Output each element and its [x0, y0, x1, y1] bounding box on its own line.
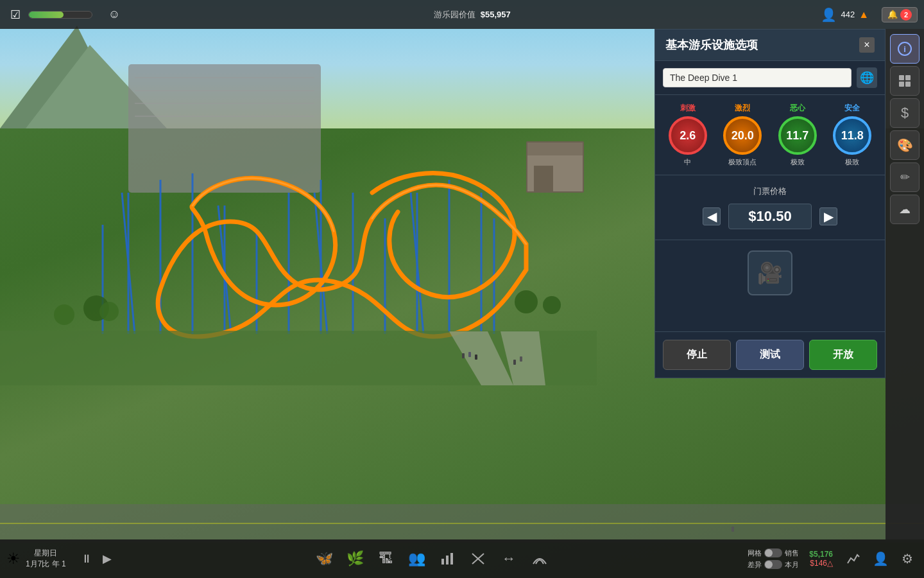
stat-excitement: 刺激 2.6 中	[663, 103, 713, 167]
camera-button[interactable]: 🎥	[748, 250, 792, 295]
safety-value: 11.8	[841, 129, 864, 143]
park-money: $55,957	[481, 10, 511, 19]
intensity-label: 激烈	[735, 103, 750, 114]
ride-name-input[interactable]	[663, 68, 851, 87]
tool-icons: 🦋 🌿 🏗 👥 ↔	[121, 547, 743, 570]
stop-button[interactable]: 停止	[663, 340, 731, 370]
stat-nausea: 恶心 11.7 极致	[773, 103, 823, 167]
camera-icon: 🎥	[757, 261, 783, 285]
user-icon[interactable]: 👤	[870, 548, 891, 569]
side-navigation: i $ 🎨 ✏ ☁	[886, 29, 924, 539]
safety-sublabel: 极致	[845, 157, 859, 167]
nav-cloud-btn[interactable]: ☁	[890, 195, 920, 224]
progress-fill	[29, 12, 64, 18]
coaster-track	[0, 64, 597, 385]
guest-count: 442	[841, 10, 855, 19]
excitement-label: 刺激	[680, 103, 696, 114]
nav-layout-btn[interactable]	[890, 66, 920, 96]
tool-path[interactable]	[528, 547, 551, 570]
svg-text:i: i	[903, 44, 906, 54]
bottom-road	[0, 504, 924, 543]
svg-rect-34	[905, 82, 911, 87]
building	[526, 141, 584, 193]
panel-header: 基本游乐设施选项 ×	[655, 30, 885, 61]
price-decrease-button[interactable]: ◀	[703, 207, 721, 225]
line-graph-icon	[846, 552, 860, 566]
checklist-section[interactable]: ☑	[6, 6, 92, 24]
svg-rect-26	[475, 355, 477, 360]
ticket-price-display: $10.50	[728, 204, 812, 229]
info-icon: i	[897, 41, 912, 57]
svg-point-20	[99, 302, 119, 321]
diff-toggle-box[interactable]	[764, 560, 782, 569]
nausea-label: 恶心	[790, 103, 805, 114]
smiley-section[interactable]: ☺	[105, 6, 123, 24]
loss-value: $146△	[809, 559, 833, 568]
play-button[interactable]: ▶	[98, 550, 116, 568]
stats-row: 刺激 2.6 中 激烈 20.0 极致顶点 恶心 11.7 极致 安全 11.8	[655, 95, 885, 175]
safety-circle: 11.8	[833, 116, 871, 155]
test-button[interactable]: 测试	[736, 340, 804, 370]
checklist-icon[interactable]: ☑	[6, 6, 24, 24]
stat-safety: 安全 11.8 极致	[828, 103, 878, 167]
tool-nature[interactable]: 🌿	[343, 547, 366, 570]
pause-button[interactable]: ⏸	[78, 550, 96, 568]
date-line1: 星期日	[26, 548, 66, 559]
nav-money-btn[interactable]: $	[890, 98, 920, 128]
excitement-value: 2.6	[680, 129, 696, 143]
panel-title: 基本游乐设施选项	[665, 37, 758, 53]
pencil-icon: ✏	[900, 170, 910, 184]
nav-palette-btn[interactable]: 🎨	[890, 130, 920, 160]
alert-section[interactable]: 🔔 2	[882, 7, 918, 22]
right-icons: 👤 ⚙	[843, 548, 918, 569]
svg-rect-27	[513, 360, 516, 365]
weather-icon: ☀	[6, 550, 21, 568]
tool-butterflies[interactable]: 🦋	[312, 547, 336, 570]
date-line2: 1月7比 年 1	[26, 559, 66, 570]
ticket-price-row: ◀ $10.50 ▶	[703, 204, 837, 229]
park-value-label: 游乐园价值	[434, 9, 475, 21]
cloud-icon: ☁	[899, 202, 911, 216]
price-increase-button[interactable]: ▶	[819, 207, 837, 225]
open-button[interactable]: 开放	[809, 340, 877, 370]
tool-guests[interactable]: 👥	[405, 547, 428, 570]
safety-label: 安全	[844, 103, 860, 114]
settings-icon[interactable]: ⚙	[897, 548, 918, 569]
decrease-icon: ◀	[707, 210, 717, 223]
bottom-hud: ☀ 星期日 1月7比 年 1 ⏸ ▶ 🦋 🌿 🏗 👥 ↔	[0, 539, 924, 578]
top-hud: ☑ ☺ 游乐园价值 $55,957 👤 442 ▲ 🔔 2	[0, 0, 924, 29]
tool-finance[interactable]	[466, 547, 490, 570]
ticket-section: 门票价格 ◀ $10.50 ▶	[655, 175, 885, 240]
increase-icon: ▶	[824, 210, 834, 223]
stat-intensity: 激烈 20.0 极致顶点	[718, 103, 768, 167]
grid-row-1: 网格 销售	[748, 548, 799, 558]
close-button[interactable]: ×	[859, 37, 875, 53]
camera-section: 🎥	[655, 240, 885, 306]
grid-toggle-box[interactable]	[764, 548, 782, 557]
svg-rect-32	[905, 75, 911, 80]
nav-pencil-btn[interactable]: ✏	[890, 162, 920, 192]
svg-rect-37	[450, 553, 453, 565]
money-section: $5,176 $146△	[809, 550, 833, 568]
grid-label: 网格	[748, 548, 762, 558]
svg-rect-33	[899, 82, 904, 87]
hud-center: 游乐园价值 $55,957	[136, 9, 808, 21]
chart-icon	[440, 551, 455, 566]
diff-toggle-dot	[765, 561, 773, 568]
alert-bell-icon: 🔔	[887, 10, 898, 19]
graph-icon[interactable]	[843, 548, 864, 569]
nav-info-btn[interactable]: i	[890, 34, 920, 64]
tool-stats[interactable]	[436, 547, 459, 570]
svg-rect-35	[441, 559, 444, 565]
intensity-value: 20.0	[732, 129, 754, 143]
grid-section: 网格 销售 差异 本月	[748, 548, 799, 570]
globe-button[interactable]: 🌐	[857, 67, 877, 88]
tool-arrows[interactable]: ↔	[497, 547, 520, 570]
progress-bar	[28, 11, 92, 19]
excitement-sublabel: 中	[684, 157, 691, 167]
tool-build[interactable]: 🏗	[374, 547, 397, 570]
grid-row-2: 差异 本月	[748, 560, 799, 570]
panel-spacer	[655, 306, 885, 331]
date-display: 星期日 1月7比 年 1	[26, 548, 66, 570]
svg-rect-36	[446, 556, 449, 565]
